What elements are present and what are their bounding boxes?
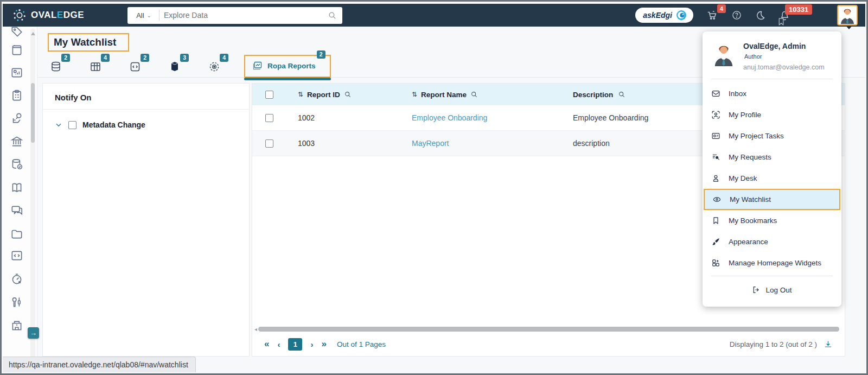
help-button[interactable] bbox=[731, 10, 742, 21]
link-status-bar: https://qa-intranet.ovaledge.net/qlab08/… bbox=[3, 357, 196, 372]
notifications-button[interactable]: 10331 bbox=[779, 10, 790, 21]
header-report-id[interactable]: Report ID bbox=[307, 91, 340, 99]
sidebar-item-glossary[interactable] bbox=[10, 181, 25, 196]
metadata-change-checkbox[interactable] bbox=[68, 121, 76, 129]
logout-icon bbox=[752, 285, 761, 294]
tab-services[interactable]: 4 bbox=[208, 60, 222, 74]
horizontal-scrollbar-thumb[interactable] bbox=[258, 327, 839, 332]
displaying-label: Displaying 1 to 2 (out of 2 ) bbox=[730, 340, 817, 348]
prev-page-button[interactable]: ‹ bbox=[277, 340, 280, 349]
menu-item-my-profile[interactable]: My Profile bbox=[703, 104, 841, 125]
tab-services-count: 4 bbox=[220, 54, 228, 62]
menu-item-appearance[interactable]: Appearance bbox=[703, 231, 841, 252]
cart-icon bbox=[706, 9, 718, 21]
menu-item-my-watchlist[interactable]: My Watchlist bbox=[704, 189, 840, 210]
theme-toggle-button[interactable] bbox=[755, 10, 766, 21]
logo-wordmark: OVALEDGE bbox=[31, 10, 84, 21]
menu-item-label: My Project Tasks bbox=[729, 132, 784, 140]
menu-item-label: My Watchlist bbox=[730, 195, 771, 204]
status-url: https://qa-intranet.ovaledge.net/qlab08/… bbox=[9, 360, 188, 369]
sidebar-item-query-sheet[interactable] bbox=[10, 249, 25, 264]
tab-databases[interactable]: 2 bbox=[49, 60, 63, 74]
notifications-badge: 10331 bbox=[785, 4, 812, 15]
menu-item-manage-homepage-widgets[interactable]: Manage Homepage Widgets bbox=[703, 252, 841, 274]
row-checkbox[interactable] bbox=[265, 114, 273, 122]
tab-queries[interactable]: 2 bbox=[129, 60, 143, 74]
building-icon bbox=[10, 319, 24, 333]
tab-files[interactable]: 3 bbox=[168, 60, 182, 74]
divider bbox=[711, 276, 833, 276]
sidebar-item-governance[interactable] bbox=[10, 135, 25, 150]
sidebar-item-tag[interactable] bbox=[10, 27, 25, 40]
select-all-checkbox[interactable] bbox=[265, 91, 273, 99]
sidebar-item-data-quality[interactable] bbox=[10, 157, 25, 173]
sidebar-item-data-literacy[interactable] bbox=[10, 111, 25, 126]
eye-icon bbox=[712, 195, 722, 204]
logout-button[interactable]: Log Out bbox=[703, 278, 841, 301]
tab-ropa-reports[interactable]: Ropa Reports 2 bbox=[244, 55, 331, 78]
database-icon bbox=[49, 60, 62, 73]
search-scope-dropdown[interactable]: All ⌄ bbox=[133, 11, 155, 20]
last-page-button[interactable]: » bbox=[321, 339, 326, 349]
hand-search-icon bbox=[10, 111, 24, 125]
sidebar-item-collaboration[interactable] bbox=[10, 204, 25, 219]
notify-on-panel: Notify On Metadata Change bbox=[42, 83, 250, 357]
menu-item-inbox[interactable]: Inbox bbox=[703, 83, 841, 104]
next-page-button[interactable]: › bbox=[310, 340, 313, 349]
search-icon[interactable] bbox=[618, 91, 626, 98]
clipboard-icon bbox=[10, 88, 24, 103]
watchlist-tabs: 2 4 2 3 4 Ropa Reports 2 bbox=[49, 56, 331, 79]
sidebar-scrollbar-thumb[interactable] bbox=[31, 83, 35, 143]
sidebar-item-reports[interactable] bbox=[10, 66, 25, 81]
menu-item-my-desk[interactable]: My Desk bbox=[703, 168, 841, 189]
horizontal-scrollbar[interactable]: ◂ bbox=[254, 326, 839, 332]
askedgi-button[interactable]: askEdgi bbox=[635, 8, 693, 23]
cart-button[interactable]: 4 bbox=[706, 9, 718, 21]
chevron-down-icon bbox=[55, 121, 62, 129]
left-sidebar bbox=[3, 27, 37, 372]
search-input[interactable] bbox=[164, 11, 328, 20]
first-page-button[interactable]: « bbox=[264, 339, 269, 349]
report-name-link[interactable]: Employee Onboarding bbox=[412, 113, 487, 122]
menu-item-my-requests[interactable]: My Requests bbox=[703, 147, 841, 168]
sort-icon[interactable]: ⇅ bbox=[412, 91, 417, 98]
tab-databases-count: 2 bbox=[61, 54, 70, 62]
sort-icon[interactable]: ⇅ bbox=[298, 91, 303, 98]
tab-tables[interactable]: 4 bbox=[89, 60, 103, 74]
current-page-indicator[interactable]: 1 bbox=[288, 338, 302, 351]
page-title: My Watchlist bbox=[48, 33, 129, 52]
ovaledge-logo[interactable]: OVALEDGE bbox=[12, 8, 84, 22]
scroll-left-arrow-icon[interactable]: ◂ bbox=[254, 326, 257, 332]
menu-item-my-bookmarks[interactable]: My Bookmarks bbox=[703, 210, 841, 231]
active-tab-indicator bbox=[244, 78, 331, 80]
code-icon bbox=[10, 249, 24, 263]
download-icon[interactable] bbox=[824, 340, 833, 349]
search-icon[interactable] bbox=[470, 91, 478, 98]
sidebar-item-journal[interactable] bbox=[10, 43, 25, 58]
scrollbar-up-arrow-icon[interactable] bbox=[31, 32, 35, 35]
menu-item-my-project-tasks[interactable]: My Project Tasks bbox=[703, 125, 841, 147]
sidebar-item-jobs[interactable] bbox=[10, 272, 25, 287]
menu-item-label: My Profile bbox=[729, 111, 761, 119]
user-avatar-image bbox=[711, 42, 736, 67]
ovaledge-gear-logo-icon bbox=[12, 8, 27, 22]
sidebar-item-tools[interactable] bbox=[10, 295, 25, 310]
report-chart-icon bbox=[10, 66, 24, 80]
metadata-change-row[interactable]: Metadata Change bbox=[43, 110, 249, 140]
sidebar-expand-button[interactable]: → bbox=[28, 327, 39, 339]
user-avatar-button[interactable] bbox=[837, 5, 858, 26]
report-name-link[interactable]: MayReport bbox=[412, 139, 449, 148]
timer-icon bbox=[10, 272, 24, 286]
search-icon[interactable] bbox=[344, 91, 352, 98]
report-description-cell: description bbox=[573, 139, 610, 148]
sidebar-item-tasks[interactable] bbox=[10, 88, 25, 104]
row-checkbox[interactable] bbox=[265, 139, 273, 148]
report-id-cell: 1003 bbox=[298, 139, 315, 148]
sidebar-scrollbar[interactable] bbox=[30, 29, 35, 370]
sidebar-item-projects[interactable] bbox=[10, 227, 25, 242]
help-icon bbox=[731, 10, 742, 21]
header-description[interactable]: Description bbox=[573, 91, 613, 99]
chevron-down-icon: ⌄ bbox=[147, 12, 151, 18]
header-report-name[interactable]: Report Name bbox=[421, 91, 467, 99]
sidebar-item-org[interactable] bbox=[10, 319, 25, 334]
